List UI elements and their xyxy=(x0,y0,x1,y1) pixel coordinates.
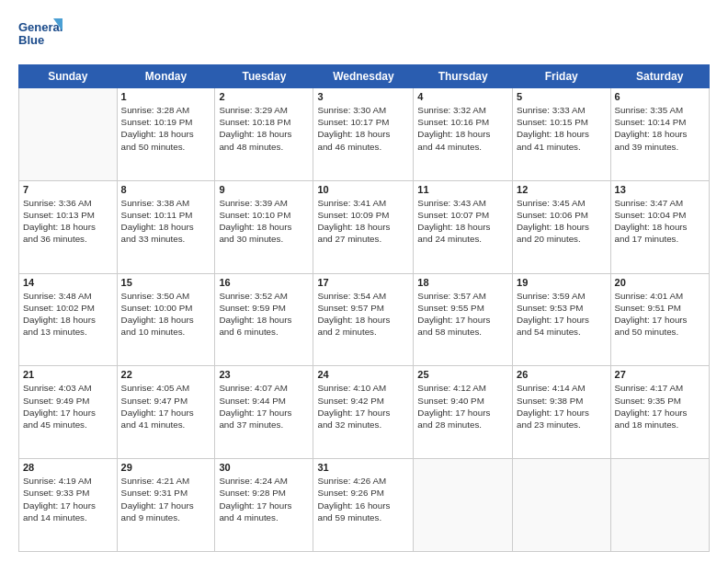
day-number: 10 xyxy=(317,184,409,195)
day-number: 20 xyxy=(615,277,705,288)
day-info: Sunrise: 3:52 AM Sunset: 9:59 PM Dayligh… xyxy=(219,290,309,339)
day-cell: 12Sunrise: 3:45 AM Sunset: 10:06 PM Dayl… xyxy=(513,180,611,273)
day-cell xyxy=(610,459,709,552)
day-cell: 18Sunrise: 3:57 AM Sunset: 9:55 PM Dayli… xyxy=(414,273,513,366)
day-info: Sunrise: 3:50 AM Sunset: 10:00 PM Daylig… xyxy=(121,290,211,339)
day-info: Sunrise: 3:47 AM Sunset: 10:04 PM Daylig… xyxy=(615,197,705,246)
day-cell: 10Sunrise: 3:41 AM Sunset: 10:09 PM Dayl… xyxy=(313,180,414,273)
day-number: 13 xyxy=(615,184,705,195)
day-cell: 14Sunrise: 3:48 AM Sunset: 10:02 PM Dayl… xyxy=(19,273,118,366)
day-cell xyxy=(513,459,611,552)
day-cell: 4Sunrise: 3:32 AM Sunset: 10:16 PM Dayli… xyxy=(414,88,513,181)
col-header-thursday: Thursday xyxy=(414,65,513,88)
day-cell: 3Sunrise: 3:30 AM Sunset: 10:17 PM Dayli… xyxy=(313,88,414,181)
day-info: Sunrise: 4:17 AM Sunset: 9:35 PM Dayligh… xyxy=(615,382,705,431)
day-cell: 13Sunrise: 3:47 AM Sunset: 10:04 PM Dayl… xyxy=(610,180,709,273)
day-number: 5 xyxy=(517,91,607,102)
logo-svg: General Blue xyxy=(18,17,64,55)
col-header-tuesday: Tuesday xyxy=(215,65,313,88)
day-cell: 20Sunrise: 4:01 AM Sunset: 9:51 PM Dayli… xyxy=(610,273,709,366)
day-number: 21 xyxy=(23,369,113,380)
day-info: Sunrise: 3:32 AM Sunset: 10:16 PM Daylig… xyxy=(417,104,508,153)
svg-text:Blue: Blue xyxy=(18,33,44,47)
day-cell: 25Sunrise: 4:12 AM Sunset: 9:40 PM Dayli… xyxy=(414,366,513,459)
day-number: 12 xyxy=(517,184,607,195)
day-info: Sunrise: 3:57 AM Sunset: 9:55 PM Dayligh… xyxy=(417,290,508,339)
day-number: 2 xyxy=(219,91,309,102)
day-number: 28 xyxy=(23,462,113,473)
day-cell: 17Sunrise: 3:54 AM Sunset: 9:57 PM Dayli… xyxy=(313,273,414,366)
day-number: 25 xyxy=(417,369,508,380)
day-cell: 2Sunrise: 3:29 AM Sunset: 10:18 PM Dayli… xyxy=(215,88,313,181)
col-header-sunday: Sunday xyxy=(19,65,118,88)
day-cell: 6Sunrise: 3:35 AM Sunset: 10:14 PM Dayli… xyxy=(610,88,709,181)
day-cell: 9Sunrise: 3:39 AM Sunset: 10:10 PM Dayli… xyxy=(215,180,313,273)
day-info: Sunrise: 3:39 AM Sunset: 10:10 PM Daylig… xyxy=(219,197,309,246)
day-cell: 5Sunrise: 3:33 AM Sunset: 10:15 PM Dayli… xyxy=(513,88,611,181)
day-cell: 8Sunrise: 3:38 AM Sunset: 10:11 PM Dayli… xyxy=(117,180,215,273)
week-row-5: 28Sunrise: 4:19 AM Sunset: 9:33 PM Dayli… xyxy=(19,459,710,552)
day-number: 1 xyxy=(121,91,211,102)
day-info: Sunrise: 4:24 AM Sunset: 9:28 PM Dayligh… xyxy=(219,475,309,523)
day-cell: 15Sunrise: 3:50 AM Sunset: 10:00 PM Dayl… xyxy=(117,273,215,366)
day-number: 27 xyxy=(615,369,705,380)
day-cell: 21Sunrise: 4:03 AM Sunset: 9:49 PM Dayli… xyxy=(19,366,118,459)
day-info: Sunrise: 3:33 AM Sunset: 10:15 PM Daylig… xyxy=(517,104,607,153)
day-number: 16 xyxy=(219,277,309,288)
day-cell xyxy=(19,88,118,181)
calendar-table: SundayMondayTuesdayWednesdayThursdayFrid… xyxy=(18,64,710,552)
day-number: 11 xyxy=(417,184,508,195)
day-number: 15 xyxy=(121,277,211,288)
day-cell: 19Sunrise: 3:59 AM Sunset: 9:53 PM Dayli… xyxy=(513,273,611,366)
day-cell: 1Sunrise: 3:28 AM Sunset: 10:19 PM Dayli… xyxy=(117,88,215,181)
day-info: Sunrise: 3:48 AM Sunset: 10:02 PM Daylig… xyxy=(23,290,113,339)
day-number: 18 xyxy=(417,277,508,288)
day-cell: 28Sunrise: 4:19 AM Sunset: 9:33 PM Dayli… xyxy=(19,459,118,552)
day-info: Sunrise: 4:21 AM Sunset: 9:31 PM Dayligh… xyxy=(121,475,211,523)
day-number: 9 xyxy=(219,184,309,195)
day-cell: 22Sunrise: 4:05 AM Sunset: 9:47 PM Dayli… xyxy=(117,366,215,459)
col-header-friday: Friday xyxy=(513,65,611,88)
header-row: SundayMondayTuesdayWednesdayThursdayFrid… xyxy=(19,65,710,88)
day-number: 14 xyxy=(23,277,113,288)
day-number: 17 xyxy=(317,277,409,288)
day-cell: 26Sunrise: 4:14 AM Sunset: 9:38 PM Dayli… xyxy=(513,366,611,459)
day-cell: 24Sunrise: 4:10 AM Sunset: 9:42 PM Dayli… xyxy=(313,366,414,459)
day-cell: 16Sunrise: 3:52 AM Sunset: 9:59 PM Dayli… xyxy=(215,273,313,366)
day-number: 3 xyxy=(317,91,409,102)
day-cell: 27Sunrise: 4:17 AM Sunset: 9:35 PM Dayli… xyxy=(610,366,709,459)
day-info: Sunrise: 4:10 AM Sunset: 9:42 PM Dayligh… xyxy=(317,382,409,431)
day-info: Sunrise: 3:45 AM Sunset: 10:06 PM Daylig… xyxy=(517,197,607,246)
day-number: 23 xyxy=(219,369,309,380)
day-cell: 11Sunrise: 3:43 AM Sunset: 10:07 PM Dayl… xyxy=(414,180,513,273)
week-row-1: 1Sunrise: 3:28 AM Sunset: 10:19 PM Dayli… xyxy=(19,88,710,181)
day-info: Sunrise: 3:41 AM Sunset: 10:09 PM Daylig… xyxy=(317,197,409,246)
day-info: Sunrise: 3:59 AM Sunset: 9:53 PM Dayligh… xyxy=(517,290,607,339)
day-number: 4 xyxy=(417,91,508,102)
day-number: 7 xyxy=(23,184,113,195)
day-number: 24 xyxy=(317,369,409,380)
day-info: Sunrise: 4:14 AM Sunset: 9:38 PM Dayligh… xyxy=(517,382,607,431)
day-number: 30 xyxy=(219,462,309,473)
day-cell: 23Sunrise: 4:07 AM Sunset: 9:44 PM Dayli… xyxy=(215,366,313,459)
day-info: Sunrise: 3:38 AM Sunset: 10:11 PM Daylig… xyxy=(121,197,211,246)
day-info: Sunrise: 4:19 AM Sunset: 9:33 PM Dayligh… xyxy=(23,475,113,523)
day-number: 8 xyxy=(121,184,211,195)
day-info: Sunrise: 3:35 AM Sunset: 10:14 PM Daylig… xyxy=(615,104,705,153)
day-number: 26 xyxy=(517,369,607,380)
week-row-2: 7Sunrise: 3:36 AM Sunset: 10:13 PM Dayli… xyxy=(19,180,710,273)
day-info: Sunrise: 3:54 AM Sunset: 9:57 PM Dayligh… xyxy=(317,290,409,339)
day-number: 29 xyxy=(121,462,211,473)
day-cell: 7Sunrise: 3:36 AM Sunset: 10:13 PM Dayli… xyxy=(19,180,118,273)
day-info: Sunrise: 3:43 AM Sunset: 10:07 PM Daylig… xyxy=(417,197,508,246)
day-cell: 30Sunrise: 4:24 AM Sunset: 9:28 PM Dayli… xyxy=(215,459,313,552)
header: General Blue xyxy=(18,17,710,55)
col-header-saturday: Saturday xyxy=(610,65,709,88)
week-row-3: 14Sunrise: 3:48 AM Sunset: 10:02 PM Dayl… xyxy=(19,273,710,366)
day-info: Sunrise: 3:30 AM Sunset: 10:17 PM Daylig… xyxy=(317,104,409,153)
day-number: 6 xyxy=(615,91,705,102)
day-cell xyxy=(414,459,513,552)
page: General Blue SundayMondayTuesdayWednesda… xyxy=(0,0,728,563)
day-info: Sunrise: 4:12 AM Sunset: 9:40 PM Dayligh… xyxy=(417,382,508,431)
day-number: 22 xyxy=(121,369,211,380)
